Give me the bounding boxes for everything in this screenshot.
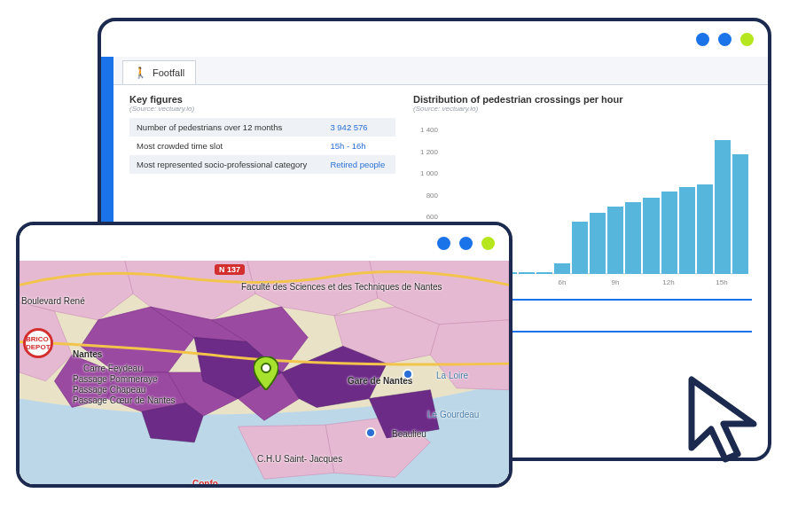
x-tick-label: 9h bbox=[612, 278, 620, 286]
store-marker-icon[interactable] bbox=[403, 369, 413, 379]
chart-bar bbox=[625, 202, 641, 274]
map-label-chu: C.H.U Saint- Jacques bbox=[257, 454, 342, 464]
map-label-loire: La Loire bbox=[436, 371, 468, 380]
x-tick-label: 15h bbox=[716, 278, 727, 286]
section-title: Key figures bbox=[129, 94, 395, 105]
y-tick-label: 1 400 bbox=[413, 126, 438, 134]
window-dot-icon[interactable] bbox=[437, 237, 450, 250]
map-label-boulevard: Boulevard René bbox=[21, 296, 85, 306]
window-titlebar bbox=[101, 21, 768, 57]
window-dot-icon[interactable] bbox=[740, 33, 754, 46]
chart-bar bbox=[519, 272, 535, 274]
section-source: (Source: vectuary.io) bbox=[129, 105, 395, 113]
chart-bar bbox=[554, 263, 570, 274]
window-dot-icon[interactable] bbox=[718, 33, 732, 46]
key-figures-table: Number of pedestrians over 12 months 3 9… bbox=[129, 118, 395, 174]
chart-bar bbox=[643, 198, 659, 274]
map-label-coeur: Passage Cœur de Nantes bbox=[73, 395, 176, 405]
chart-title: Distribution of pedestrian crossings per… bbox=[413, 94, 752, 105]
window-dot-icon[interactable] bbox=[696, 33, 709, 46]
chart-bar bbox=[607, 207, 623, 274]
chart-bar bbox=[536, 272, 552, 274]
map-canvas[interactable]: N 137 Faculté des Sciences et des Techni… bbox=[20, 261, 509, 484]
chart-bar bbox=[572, 222, 588, 274]
y-tick-label: 1 200 bbox=[413, 147, 438, 155]
tab-strip: 🚶 Footfall bbox=[113, 57, 768, 85]
tab-label: Footfall bbox=[153, 67, 184, 78]
store-marker-icon[interactable] bbox=[365, 427, 376, 438]
window-dot-icon[interactable] bbox=[459, 237, 473, 250]
location-pin-icon[interactable] bbox=[254, 356, 278, 390]
map-label-pommeraye: Passage Pommeraye bbox=[73, 374, 158, 384]
map-window: N 137 Faculté des Sciences et des Techni… bbox=[16, 222, 512, 488]
map-label-conforama: Confo bbox=[192, 479, 218, 484]
window-dot-icon[interactable] bbox=[481, 237, 495, 250]
table-row: Number of pedestrians over 12 months 3 9… bbox=[129, 118, 395, 137]
cursor-arrow-icon bbox=[683, 372, 780, 470]
walk-icon: 🚶 bbox=[134, 66, 147, 79]
kf-label: Most crowded time slot bbox=[129, 137, 323, 155]
kf-value: Retired people bbox=[323, 155, 395, 174]
chart-bar bbox=[679, 187, 695, 274]
svg-point-21 bbox=[262, 364, 270, 372]
y-tick-label: 1 000 bbox=[413, 169, 438, 177]
map-label-faculte: Faculté des Sciences et des Techniques d… bbox=[241, 282, 442, 292]
kf-value: 3 942 576 bbox=[323, 118, 395, 137]
table-row: Most represented socio-professional cate… bbox=[129, 155, 395, 174]
chart-bar bbox=[661, 192, 677, 274]
chart-bar bbox=[715, 140, 731, 274]
kf-label: Number of pedestrians over 12 months bbox=[129, 118, 323, 137]
table-row: Most crowded time slot 15h - 16h bbox=[129, 137, 395, 155]
map-label-feydeau: Carre Feydeau bbox=[83, 364, 143, 373]
chart-bar bbox=[697, 184, 713, 274]
y-tick-label: 800 bbox=[413, 191, 438, 199]
chart-bar bbox=[590, 213, 606, 274]
map-label-beaulieu: Beaulieu bbox=[392, 429, 426, 439]
x-tick-label: 12h bbox=[662, 278, 674, 286]
tab-footfall[interactable]: 🚶 Footfall bbox=[122, 60, 196, 84]
x-tick-label: 6h bbox=[559, 278, 567, 286]
map-label-gourdeau: Le Gourdeau bbox=[427, 410, 479, 419]
kf-label: Most represented socio-professional cate… bbox=[129, 155, 323, 174]
window-titlebar bbox=[20, 225, 509, 261]
kf-value: 15h - 16h bbox=[323, 137, 395, 155]
road-badge: N 137 bbox=[215, 264, 245, 275]
y-tick-label: 600 bbox=[413, 213, 438, 221]
map-label-chapeau: Passage Chapeau bbox=[73, 385, 145, 395]
brand-brico-icon: BRICO DEPOT bbox=[23, 328, 53, 358]
map-label-nantes: Nantes bbox=[73, 349, 102, 359]
chart-source: (Source: vectuary.io) bbox=[413, 105, 752, 113]
chart-bar bbox=[732, 154, 748, 274]
